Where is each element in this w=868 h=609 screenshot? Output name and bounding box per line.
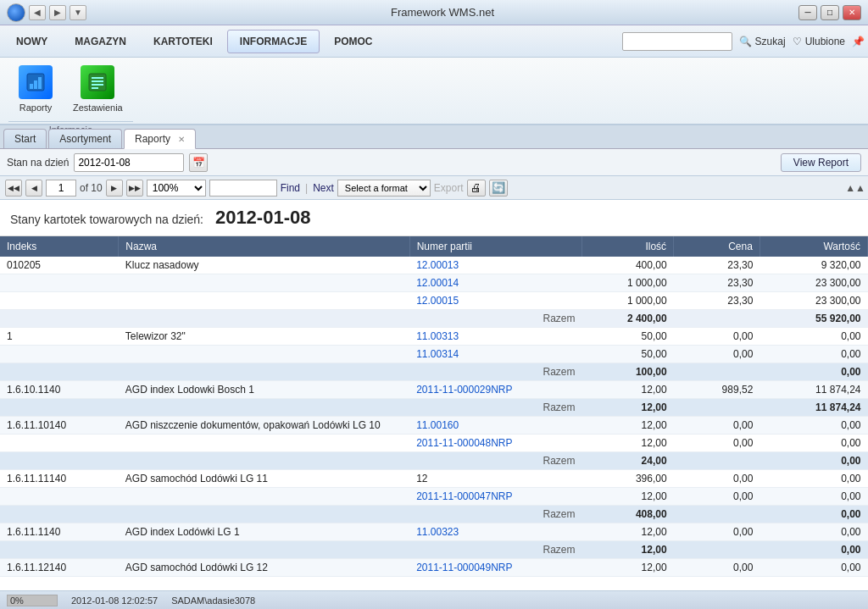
cell-partia: 11.00323 <box>409 523 581 541</box>
cell-partia: 2011-11-000029NRP <box>409 381 581 399</box>
col-header-partia: Numer partii <box>409 236 581 257</box>
cell-indeks: 1.6.11.11140 <box>0 470 119 488</box>
svg-rect-7 <box>92 84 103 86</box>
cell-cena: 0,00 <box>674 470 760 488</box>
date-label: Stan na dzień <box>7 157 69 169</box>
menu-item-informacje[interactable]: INFORMACJE <box>227 30 320 53</box>
cell-cena: 989,52 <box>674 381 760 399</box>
ribbon: Raporty Zestawienia Informacje <box>0 58 868 125</box>
menu-bar: NOWY MAGAZYN KARTOTEKI INFORMACJE POMOC … <box>0 25 868 58</box>
cell-ilosc: 50,00 <box>582 328 674 346</box>
next-page-link[interactable]: Next <box>313 182 334 194</box>
export-button[interactable]: Export <box>434 182 464 194</box>
calendar-button[interactable]: 📅 <box>189 153 208 172</box>
cell-partia: 12.00014 <box>409 274 581 292</box>
cell-nazwa <box>119 399 409 417</box>
cell-partia: 11.00160 <box>409 417 581 435</box>
menu-button[interactable]: ▼ <box>70 5 86 20</box>
tab-close-raporty[interactable]: ✕ <box>178 135 185 144</box>
prev-page-button[interactable]: ◀ <box>25 180 42 197</box>
cell-ilosc: 400,00 <box>582 257 674 274</box>
table-row: Razem 12,00 11 874,24 <box>0 399 868 417</box>
tab-asortyment[interactable]: Asortyment <box>48 129 122 148</box>
table-row: Razem 24,00 0,00 <box>0 452 868 470</box>
close-button[interactable]: ✕ <box>843 5 861 20</box>
table-row: 12.00014 1 000,00 23,30 23 300,00 <box>0 274 868 292</box>
favorites-label: Ulubione <box>805 36 845 47</box>
cell-ilosc: 100,00 <box>582 363 674 381</box>
table-row: 11.00314 50,00 0,00 0,00 <box>0 346 868 363</box>
cell-ilosc: 12,00 <box>582 381 674 399</box>
table-row: Razem 12,00 0,00 <box>0 541 868 559</box>
next-page-button[interactable]: ▶ <box>106 180 123 197</box>
cell-ilosc: 12,00 <box>582 523 674 541</box>
cell-cena: 0,00 <box>674 559 760 577</box>
find-link[interactable]: Find <box>281 182 300 194</box>
cell-indeks <box>0 506 119 523</box>
cell-indeks <box>0 346 119 363</box>
menu-item-magazyn[interactable]: MAGAZYN <box>62 30 139 53</box>
cell-cena: 0,00 <box>674 435 760 452</box>
cell-indeks: 1.6.11.12140 <box>0 559 119 577</box>
separator: | <box>305 182 308 194</box>
cell-wartosc: 0,00 <box>760 559 867 577</box>
cell-partia: Razem <box>409 310 581 328</box>
first-page-button[interactable]: ◀◀ <box>5 180 22 197</box>
cell-partia: Razem <box>409 363 581 381</box>
cell-wartosc: 23 300,00 <box>760 274 867 292</box>
tab-raporty[interactable]: Raporty ✕ <box>124 129 196 149</box>
title-bar-left: ◀ ▶ ▼ <box>7 3 86 22</box>
forward-button[interactable]: ▶ <box>49 5 66 20</box>
find-input[interactable] <box>209 180 277 197</box>
cell-indeks <box>0 310 119 328</box>
cell-wartosc: 0,00 <box>760 435 867 452</box>
tab-bar: Start Asortyment Raporty ✕ <box>0 125 868 149</box>
cell-indeks <box>0 541 119 559</box>
format-select[interactable]: Select a format PDF Excel Word <box>337 180 431 197</box>
cell-cena: 23,30 <box>674 257 760 274</box>
svg-rect-3 <box>38 77 42 89</box>
col-header-ilosc: Ilość <box>582 236 674 257</box>
menu-item-nowy[interactable]: NOWY <box>3 30 60 53</box>
favorites-button[interactable]: ♡ Ulubione <box>793 36 845 47</box>
of-pages-label: of 10 <box>80 182 103 194</box>
cell-wartosc: 0,00 <box>760 523 867 541</box>
cell-cena: 0,00 <box>674 328 760 346</box>
back-button[interactable]: ◀ <box>29 5 46 20</box>
page-number-input[interactable] <box>46 180 76 197</box>
ribbon-btn-raporty[interactable]: Raporty <box>8 60 63 118</box>
view-report-button[interactable]: View Report <box>781 153 861 172</box>
ribbon-btn-zestawienia[interactable]: Zestawienia <box>63 60 133 118</box>
cell-cena <box>674 506 760 523</box>
cell-nazwa <box>119 541 409 559</box>
print-button[interactable]: 🖨 <box>467 180 486 197</box>
date-input[interactable] <box>74 153 184 172</box>
minimize-button[interactable]: ─ <box>798 5 817 20</box>
zestawienia-label: Zestawienia <box>73 102 123 113</box>
table-row: Razem 2 400,00 55 920,00 <box>0 310 868 328</box>
cell-nazwa <box>119 274 409 292</box>
last-page-button[interactable]: ▶▶ <box>126 180 143 197</box>
table-row: 010205 Klucz nasadowy 12.00013 400,00 23… <box>0 257 868 274</box>
cell-wartosc: 9 320,00 <box>760 257 867 274</box>
table-row: Razem 408,00 0,00 <box>0 506 868 523</box>
menu-item-kartoteki[interactable]: KARTOTEKI <box>141 30 225 53</box>
cell-ilosc: 1 000,00 <box>582 274 674 292</box>
search-input[interactable] <box>622 32 732 51</box>
refresh-button[interactable]: 🔄 <box>489 180 508 197</box>
menu-item-pomoc[interactable]: POMOC <box>321 30 385 53</box>
table-header-row: Indeks Nazwa Numer partii Ilość Cena War… <box>0 236 868 257</box>
maximize-button[interactable]: □ <box>821 5 839 20</box>
search-button[interactable]: 🔍 Szukaj <box>739 36 786 47</box>
cell-nazwa: AGD index Lodówki LG 1 <box>119 523 409 541</box>
collapse-button[interactable]: ▲▲ <box>848 180 863 196</box>
cell-wartosc: 0,00 <box>760 452 867 470</box>
tab-start[interactable]: Start <box>3 129 47 148</box>
cell-ilosc: 12,00 <box>582 417 674 435</box>
cell-cena: 23,30 <box>674 274 760 292</box>
tab-raporty-label: Raporty <box>135 133 170 145</box>
data-table: Indeks Nazwa Numer partii Ilość Cena War… <box>0 236 868 577</box>
cell-indeks <box>0 363 119 381</box>
pin-button[interactable]: 📌 <box>852 36 865 47</box>
zoom-select[interactable]: 100% 75% 50% 150% <box>147 180 206 197</box>
